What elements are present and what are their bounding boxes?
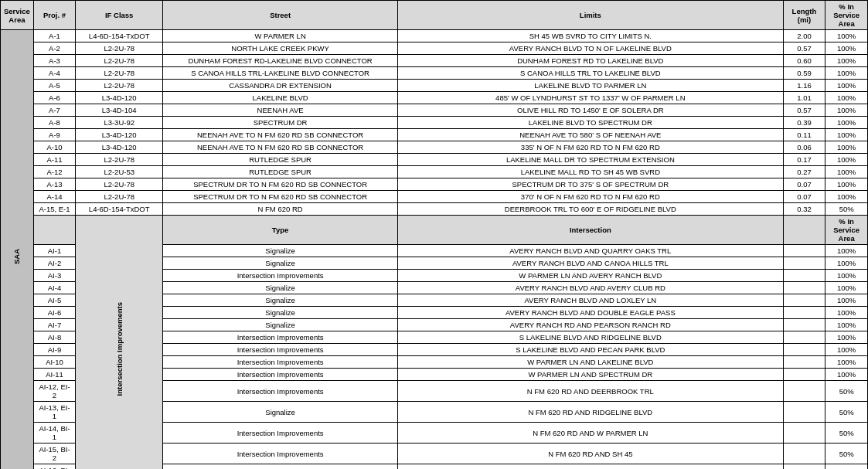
length-cell: 0.32 <box>783 203 825 216</box>
street-cell: LAKELINE BLVD <box>163 92 398 104</box>
proj-cell: A-5 <box>33 80 75 92</box>
pct-cell: 100% <box>825 92 868 104</box>
int-intersection-cell: N FM 620 RD AND RIDGELINE BLVD <box>398 402 784 423</box>
sub-header-proj <box>33 216 75 245</box>
int-intersection-cell: AVERY RANCH BLVD AND AVERY CLUB RD <box>398 282 784 294</box>
int-type-cell: Intersection Improvements <box>163 344 398 356</box>
int-type-cell: Signalize <box>163 307 398 319</box>
street-cell: RUTLEDGE SPUR <box>163 154 398 166</box>
pct-cell: 100% <box>825 129 868 141</box>
proj-cell: A-15, E-1 <box>33 203 75 216</box>
length-cell: 0.57 <box>783 42 825 55</box>
limits-cell: SPECTRUM DR TO 375' S OF SPECTRUM DR <box>398 178 784 191</box>
header-length: Length (mi) <box>783 1 825 30</box>
limits-cell: LAKELINE BLVD TO SPECTRUM DR <box>398 117 784 129</box>
int-pct-cell: 50% <box>825 381 868 402</box>
if-class-cell: L3-4D-120 <box>76 141 163 154</box>
pct-cell: 100% <box>825 55 868 67</box>
int-proj-cell: AI-8 <box>33 331 75 344</box>
header-service-area: Service Area <box>1 1 34 30</box>
limits-cell: AVERY RANCH BLVD TO N OF LAKELINE BLVD <box>398 42 784 55</box>
if-class-cell: L2-2U-78 <box>76 67 163 80</box>
length-cell: 2.00 <box>783 30 825 42</box>
header-if-class: IF Class <box>76 1 163 30</box>
length-cell: 1.16 <box>783 80 825 92</box>
int-pct-cell: 50% <box>825 423 868 444</box>
pct-cell: 100% <box>825 191 868 203</box>
int-length-cell <box>783 402 825 423</box>
proj-cell: A-10 <box>33 141 75 154</box>
sub-header-type: Type <box>163 216 398 245</box>
limits-cell: LAKELINE MALL RD TO SH 45 WB SVRD <box>398 166 784 178</box>
int-length-cell <box>783 369 825 381</box>
int-type-cell: Intersection Improvements <box>163 369 398 381</box>
int-type-cell: Intersection Improvements <box>163 423 398 444</box>
int-intersection-cell: S LAKELINE BLVD AND PECAN PARK BLVD <box>398 344 784 356</box>
int-pct-cell: 100% <box>825 369 868 381</box>
int-intersection-cell: W PARMER LN AND AVERY RANCH BLVD <box>398 270 784 282</box>
length-cell: 0.59 <box>783 67 825 80</box>
if-class-cell: L2-2U-78 <box>76 154 163 166</box>
street-cell: NEENAH AVE <box>163 104 398 117</box>
header-limits: Limits <box>398 1 784 30</box>
int-pct-cell: 100% <box>825 319 868 331</box>
int-length-cell <box>783 464 825 470</box>
int-length-cell <box>783 294 825 307</box>
int-length-cell <box>783 319 825 331</box>
if-class-cell: L2-2U-53 <box>76 166 163 178</box>
limits-cell: 485' W OF LYNDHURST ST TO 1337' W OF PAR… <box>398 92 784 104</box>
header-proj: Proj. # <box>33 1 75 30</box>
int-type-cell: Intersection Improvements <box>163 356 398 369</box>
pct-cell: 100% <box>825 30 868 42</box>
sub-header-pct: % In Service Area <box>825 216 868 245</box>
header-street: Street <box>163 1 398 30</box>
int-type-cell: Signalize <box>163 257 398 270</box>
int-length-cell <box>783 257 825 270</box>
proj-cell: A-13 <box>33 178 75 191</box>
proj-cell: A-1 <box>33 30 75 42</box>
sub-header-length <box>783 216 825 245</box>
limits-cell: LAKELINE MALL DR TO SPECTRUM EXTENSION <box>398 154 784 166</box>
if-class-cell: L3-4D-120 <box>76 92 163 104</box>
int-length-cell <box>783 270 825 282</box>
int-pct-cell: 50% <box>825 402 868 423</box>
int-pct-cell: 50% <box>825 444 868 464</box>
street-cell: NEENAH AVE TO N FM 620 RD SB CONNECTOR <box>163 141 398 154</box>
street-cell: NORTH LAKE CREEK PKWY <box>163 42 398 55</box>
int-proj-cell: AI-15, BI-2 <box>33 444 75 464</box>
int-proj-cell: AI-9 <box>33 344 75 356</box>
data-table: Service Area Proj. # IF Class Street Lim… <box>0 0 868 469</box>
if-class-cell: L2-2U-78 <box>76 55 163 67</box>
int-length-cell <box>783 307 825 319</box>
length-cell: 0.11 <box>783 129 825 141</box>
int-proj-cell: AI-10 <box>33 356 75 369</box>
int-pct-cell: 100% <box>825 282 868 294</box>
street-cell: SPECTRUM DR <box>163 117 398 129</box>
int-length-cell <box>783 423 825 444</box>
pct-cell: 100% <box>825 67 868 80</box>
main-table-container: Service Area Proj. # IF Class Street Lim… <box>0 0 868 469</box>
if-class-cell: L2-2U-78 <box>76 191 163 203</box>
int-proj-cell: AI-6 <box>33 307 75 319</box>
pct-cell: 100% <box>825 42 868 55</box>
int-intersection-cell: S LAKELINE BLVD AND RIDGELINE BLVD <box>398 331 784 344</box>
int-length-cell <box>783 344 825 356</box>
if-class-cell: L3-3U-92 <box>76 117 163 129</box>
service-area-cell: SAA <box>1 30 34 470</box>
int-intersection-cell: AVERY RANCH BLVD AND LOXLEY LN <box>398 294 784 307</box>
int-intersection-cell: AVERY RANCH BLVD AND CANOA HILLS TRL <box>398 257 784 270</box>
int-type-cell: Intersection Improvements <box>163 381 398 402</box>
proj-cell: A-2 <box>33 42 75 55</box>
int-length-cell <box>783 381 825 402</box>
int-intersection-cell: W PARMER LN AND SPECTRUM DR <box>398 369 784 381</box>
int-intersection-cell: N FM 620 RD AND SH 45 <box>398 444 784 464</box>
int-type-cell: Intersection Improvements <box>163 444 398 464</box>
int-proj-cell: AI-11 <box>33 369 75 381</box>
length-cell: 1.01 <box>783 92 825 104</box>
pct-cell: 100% <box>825 178 868 191</box>
limits-cell: DEERBROOK TRL TO 600' E OF RIDGELINE BLV… <box>398 203 784 216</box>
int-intersection-cell: S O'CONNOR DR AND SH 45 <box>398 464 784 470</box>
int-intersection-cell: AVERY RANCH BLVD AND DOUBLE EAGLE PASS <box>398 307 784 319</box>
length-cell: 0.27 <box>783 166 825 178</box>
street-cell: NEENAH AVE TO N FM 620 RD SB CONNECTOR <box>163 129 398 141</box>
